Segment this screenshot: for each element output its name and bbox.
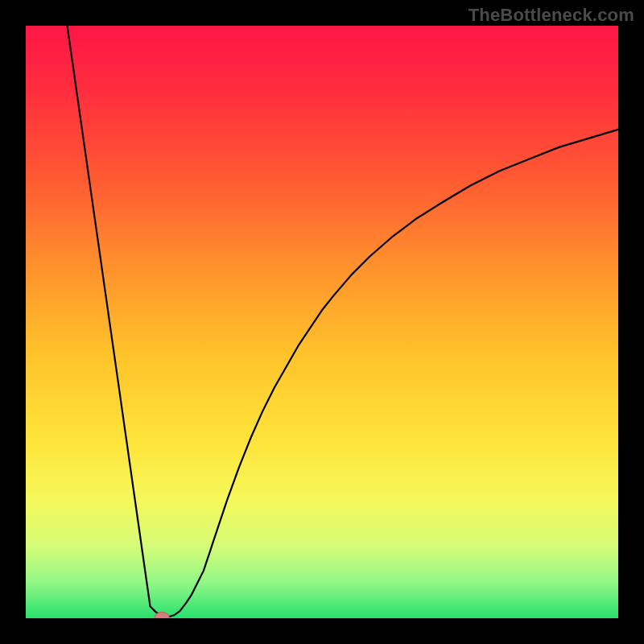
chart-frame: TheBottleneck.com	[0, 0, 644, 644]
heat-gradient	[26, 26, 618, 618]
plot-svg	[26, 26, 618, 618]
plot-area	[26, 26, 618, 618]
watermark-text: TheBottleneck.com	[469, 5, 634, 26]
